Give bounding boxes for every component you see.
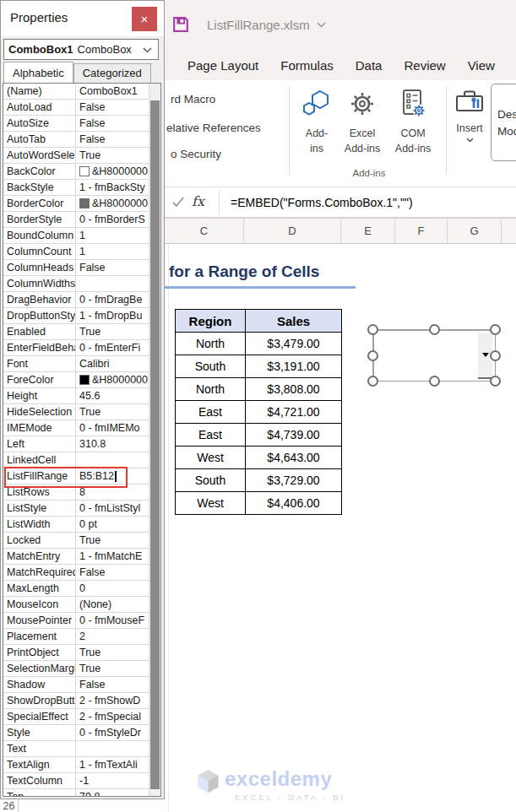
property-value[interactable]: 0 - fmEnterFi [76, 340, 149, 355]
property-value[interactable]: True [76, 645, 149, 660]
workbook-title[interactable]: ListFillRange.xlsm [207, 18, 326, 32]
property-value[interactable]: False [76, 100, 149, 115]
property-row[interactable]: Placement2 [3, 629, 160, 645]
property-row[interactable]: ListStyle0 - fmListStyl [3, 501, 160, 517]
property-value[interactable]: False [76, 116, 149, 131]
property-row[interactable]: ShowDropButto2 - fmShowD [3, 693, 160, 709]
selection-handle[interactable] [367, 324, 378, 335]
property-value[interactable]: 1 - fmDropBu [76, 308, 149, 323]
property-value[interactable]: (None) [76, 597, 149, 612]
property-value[interactable]: False [76, 260, 149, 275]
property-value[interactable]: 1 - fmMatchE [76, 549, 149, 564]
table-cell[interactable]: West [176, 447, 246, 468]
property-value[interactable]: 2 - fmSpecial [76, 709, 149, 724]
property-value[interactable]: 2 [76, 629, 149, 644]
table-cell[interactable]: $4,721.00 [246, 401, 342, 423]
property-row[interactable]: BorderColor&H8000000 [3, 196, 160, 212]
property-row[interactable]: EnabledTrue [3, 324, 160, 340]
column-header-g[interactable]: G [448, 219, 502, 243]
table-cell[interactable]: $4,643.00 [246, 447, 342, 468]
tab-categorized[interactable]: Categorized [73, 63, 151, 83]
property-row[interactable]: Top79.8 [3, 789, 160, 797]
property-value[interactable]: False [76, 677, 149, 692]
property-value[interactable]: True [76, 324, 149, 339]
excel-add-ins-button[interactable]: Excel Add-ins [339, 87, 386, 155]
property-value[interactable]: True [76, 533, 149, 548]
table-cell[interactable]: East [176, 424, 246, 446]
property-row[interactable]: (Name)ComboBox1 [3, 84, 160, 100]
selection-handle[interactable] [429, 376, 440, 387]
ribbon-tab-page-layout[interactable]: Page Layout [187, 58, 258, 73]
table-header-cell[interactable]: Region [176, 310, 246, 332]
property-row[interactable]: PrintObjectTrue [3, 645, 160, 661]
property-value[interactable]: 0 - fmStyleDr [76, 725, 149, 740]
table-cell[interactable]: $4,739.00 [246, 424, 342, 446]
ribbon-left-label[interactable]: rd Macro [171, 93, 215, 106]
add-ins-button[interactable]: Add- ins [296, 87, 338, 155]
property-value[interactable]: True [76, 661, 149, 676]
property-row[interactable]: MousePointer0 - fmMouseF [3, 613, 160, 629]
property-value[interactable]: False [76, 565, 149, 580]
property-value[interactable]: &H8000000 [76, 164, 149, 179]
property-value[interactable]: ComboBox1 [76, 84, 149, 99]
table-cell[interactable]: $3,479.00 [246, 333, 342, 355]
scrollbar[interactable] [149, 84, 160, 796]
table-cell[interactable]: $4,406.00 [246, 492, 342, 514]
property-value[interactable]: 1 - fmBackSty [76, 180, 149, 195]
table-cell[interactable]: East [176, 401, 246, 423]
property-row[interactable]: HideSelectionTrue [3, 404, 160, 420]
table-header-cell[interactable]: Sales [246, 310, 342, 332]
property-value[interactable]: 0 pt [76, 517, 149, 532]
property-row[interactable]: ColumnWidths [3, 276, 160, 292]
property-row[interactable]: LinkedCell [3, 452, 160, 468]
ribbon-tab-formulas[interactable]: Formulas [280, 58, 334, 73]
ribbon-left-label[interactable]: o Security [171, 148, 221, 160]
property-row[interactable]: EnterFieldBeha0 - fmEnterFi [3, 340, 160, 356]
property-row[interactable]: ShadowFalse [3, 677, 160, 693]
property-value[interactable] [76, 276, 149, 291]
property-row[interactable]: MaxLength0 [3, 581, 160, 597]
property-value[interactable]: False [76, 132, 149, 147]
enter-check-icon[interactable] [171, 196, 185, 211]
property-value[interactable]: True [76, 404, 149, 420]
property-row[interactable]: BoundColumn1 [3, 228, 160, 244]
combobox-control[interactable] [372, 329, 496, 382]
property-row[interactable]: ColumnCount1 [3, 244, 160, 260]
property-row[interactable]: AutoLoadFalse [3, 100, 160, 116]
ribbon-tab-review[interactable]: Review [404, 58, 445, 73]
object-selector-dropdown[interactable]: ComboBox1 ComboBox [3, 39, 159, 60]
properties-titlebar[interactable]: Properties × [1, 1, 164, 36]
property-row[interactable]: FontCalibri [3, 356, 160, 372]
selection-handle[interactable] [367, 376, 378, 387]
selection-handle[interactable] [429, 324, 440, 335]
property-value[interactable]: 8 [76, 484, 149, 500]
ribbon-left-label[interactable]: elative References [166, 122, 261, 134]
property-row[interactable]: MouseIcon(None) [3, 597, 160, 613]
selection-handle[interactable] [490, 350, 501, 361]
selection-handle[interactable] [490, 324, 501, 335]
column-header-c[interactable]: C [165, 219, 244, 243]
formula-input[interactable]: =EMBED("Forms.ComboBox.1","") [219, 190, 516, 214]
property-value[interactable]: 1 - fmTextAli [76, 757, 149, 772]
column-header-d[interactable]: D [244, 219, 341, 243]
property-value[interactable]: 0 [76, 581, 149, 596]
property-value[interactable]: 0 - fmListStyl [76, 501, 149, 516]
save-icon[interactable] [171, 15, 190, 37]
table-cell[interactable]: West [176, 492, 246, 514]
property-value[interactable]: 2 - fmShowD [76, 693, 149, 708]
close-icon[interactable]: × [132, 7, 157, 31]
property-row[interactable]: AutoSizeFalse [3, 116, 160, 132]
property-value[interactable]: 0 - fmDragBe [76, 292, 149, 307]
property-value[interactable]: 0 - fmBorderS [76, 212, 149, 227]
tab-alphabetic[interactable]: Alphabetic [3, 62, 73, 83]
column-header-f[interactable]: F [395, 219, 448, 243]
property-value[interactable]: True [76, 148, 149, 163]
property-row[interactable]: ListRows8 [3, 484, 160, 501]
property-row[interactable]: IMEMode0 - fmIMEMo [3, 420, 160, 436]
ribbon-tab-data[interactable]: Data [356, 58, 383, 73]
property-row[interactable]: MatchEntry1 - fmMatchE [3, 549, 160, 565]
property-row[interactable]: Text [3, 741, 160, 757]
property-row[interactable]: Style0 - fmStyleDr [3, 725, 160, 741]
fx-icon[interactable]: fx [192, 193, 204, 209]
insert-controls-button[interactable]: Insert [450, 87, 489, 143]
